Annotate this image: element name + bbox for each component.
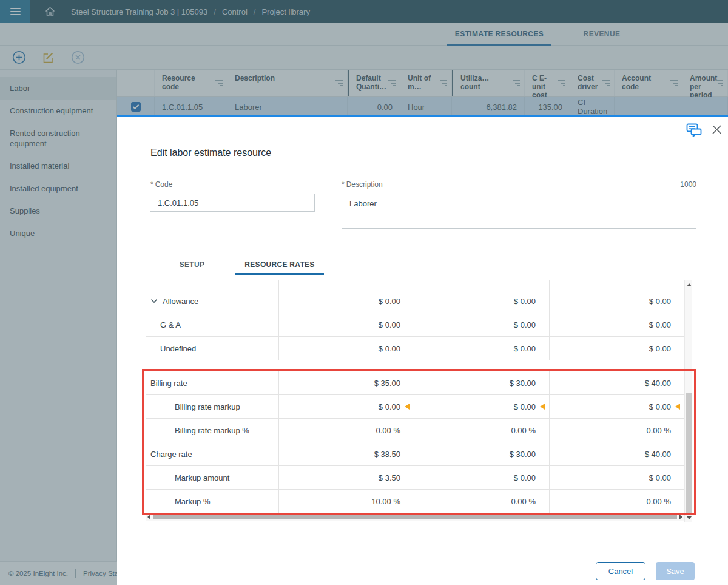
rates-row-charge-rate: Charge rate $ 38.50 $ 30.00 $ 40.00 bbox=[146, 442, 684, 466]
rate-cell[interactable]: $ 30.00 bbox=[414, 371, 550, 394]
comment-icon bbox=[686, 123, 703, 138]
partial-row bbox=[146, 280, 684, 289]
rate-cell[interactable]: $ 0.00 bbox=[414, 313, 550, 336]
chevron-down-icon[interactable] bbox=[150, 299, 158, 303]
tab-resource-rates[interactable]: RESOURCE RATES bbox=[235, 255, 324, 274]
flag-icon bbox=[675, 404, 680, 410]
description-input[interactable]: Laborer bbox=[342, 194, 696, 229]
rate-cell[interactable]: $ 0.00 bbox=[279, 337, 414, 360]
rate-cell[interactable]: $ 0.00 bbox=[550, 466, 684, 489]
rates-row-billing-rate: Billing rate $ 35.00 $ 30.00 $ 40.00 bbox=[146, 371, 684, 395]
scroll-up-icon[interactable] bbox=[687, 283, 692, 286]
rate-cell[interactable]: $ 35.00 bbox=[279, 371, 414, 394]
rate-cell[interactable]: $ 40.00 bbox=[550, 442, 684, 465]
scroll-left-icon[interactable] bbox=[147, 515, 150, 519]
rate-cell[interactable]: $ 0.00 bbox=[279, 313, 414, 336]
description-char-limit: 1000 bbox=[663, 180, 696, 189]
rate-cell[interactable]: $ 0.00 bbox=[279, 289, 414, 313]
rate-cell[interactable]: $ 38.50 bbox=[279, 442, 414, 465]
flag-icon bbox=[540, 404, 545, 410]
horizontal-scrollbar-thumb[interactable] bbox=[153, 514, 677, 519]
rate-cell[interactable]: $ 0.00 bbox=[550, 337, 684, 360]
flag-icon bbox=[405, 404, 410, 410]
description-field-label: *Description bbox=[342, 180, 383, 189]
rate-cell[interactable]: $ 30.00 bbox=[414, 442, 550, 465]
rate-cell[interactable]: $ 0.00 bbox=[279, 395, 414, 418]
close-button[interactable] bbox=[712, 124, 722, 137]
comments-button[interactable] bbox=[686, 123, 703, 140]
rates-row-allowance: Allowance $ 0.00 $ 0.00 $ 0.00 bbox=[146, 289, 684, 313]
tab-setup[interactable]: SETUP bbox=[172, 255, 212, 274]
edit-labor-estimate-resource-dialog: Edit labor estimate resource *Code *Desc… bbox=[117, 115, 728, 585]
scroll-right-icon[interactable] bbox=[679, 515, 682, 519]
close-icon bbox=[712, 124, 722, 135]
code-field-label: *Code bbox=[150, 180, 172, 189]
required-marker: * bbox=[150, 180, 153, 189]
rates-row-g-and-a: G & A $ 0.00 $ 0.00 $ 0.00 bbox=[146, 313, 684, 337]
vertical-scrollbar[interactable] bbox=[684, 280, 692, 522]
rate-cell[interactable]: $ 0.00 bbox=[414, 337, 550, 360]
rates-row-undefined: Undefined $ 0.00 $ 0.00 $ 0.00 bbox=[146, 337, 684, 360]
rates-row-markup-pct: Markup % 10.00 % 0.00 % 0.00 % bbox=[146, 490, 684, 513]
rates-row-billing-rate-markup: Billing rate markup $ 0.00 $ 0.00 $ 0.00 bbox=[146, 395, 684, 419]
vertical-scrollbar-thumb[interactable] bbox=[686, 393, 692, 513]
rate-cell[interactable]: $ 0.00 bbox=[414, 395, 550, 418]
rate-cell[interactable]: 0.00 % bbox=[279, 419, 414, 442]
required-marker: * bbox=[342, 180, 345, 189]
rate-cell[interactable]: $ 0.00 bbox=[550, 313, 684, 336]
scroll-down-icon[interactable] bbox=[687, 516, 692, 519]
rate-cell[interactable]: $ 3.50 bbox=[279, 466, 414, 489]
section-gap bbox=[146, 360, 684, 371]
rate-cell[interactable]: 0.00 % bbox=[414, 419, 550, 442]
horizontal-scrollbar[interactable] bbox=[146, 513, 684, 521]
app-window: Steel Structure Training Job 3 | 105093 … bbox=[0, 0, 728, 585]
code-input[interactable] bbox=[150, 194, 315, 212]
tab-divider-line bbox=[146, 274, 696, 274]
rate-cell[interactable]: $ 0.00 bbox=[414, 289, 550, 313]
cancel-button[interactable]: Cancel bbox=[596, 562, 645, 580]
rates-row-markup-amount: Markup amount $ 3.50 $ 0.00 $ 0.00 bbox=[146, 466, 684, 490]
rate-cell[interactable]: $ 0.00 bbox=[414, 466, 550, 489]
rate-cell[interactable]: $ 40.00 bbox=[550, 371, 684, 394]
save-button[interactable]: Save bbox=[656, 562, 695, 580]
rate-cell[interactable]: $ 0.00 bbox=[550, 395, 684, 418]
rate-cell[interactable]: 0.00 % bbox=[550, 419, 684, 442]
rate-cell[interactable]: 0.00 % bbox=[414, 490, 550, 513]
resource-rates-table: Allowance $ 0.00 $ 0.00 $ 0.00 G & A $ 0… bbox=[146, 280, 684, 513]
rate-cell[interactable]: 0.00 % bbox=[550, 490, 684, 513]
dialog-title: Edit labor estimate resource bbox=[150, 147, 271, 158]
rate-cell[interactable]: $ 0.00 bbox=[550, 289, 684, 313]
rates-row-billing-rate-markup-pct: Billing rate markup % 0.00 % 0.00 % 0.00… bbox=[146, 419, 684, 442]
rate-cell[interactable]: 10.00 % bbox=[279, 490, 414, 513]
